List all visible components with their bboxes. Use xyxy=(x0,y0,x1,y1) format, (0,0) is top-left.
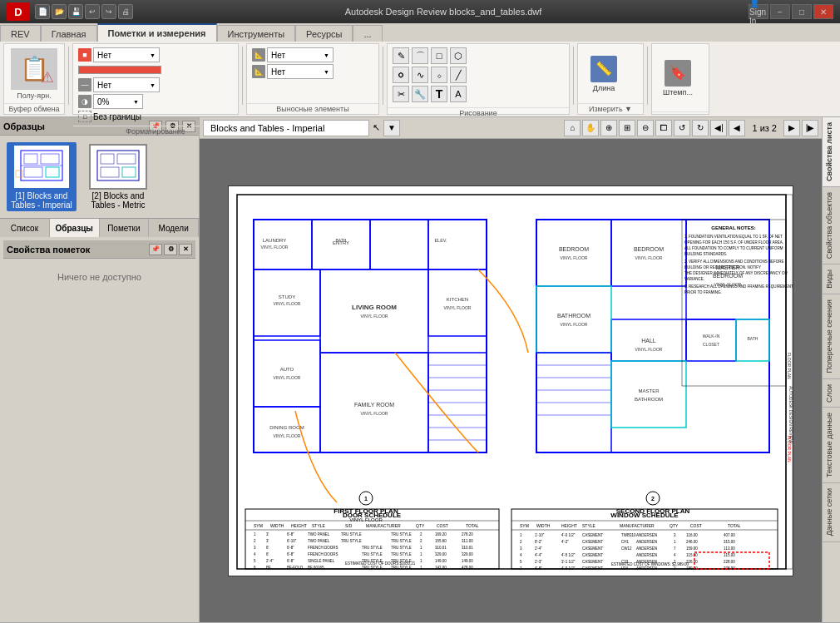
svg-text:HEIGHT: HEIGHT xyxy=(561,523,577,528)
ribbon-tabs[interactable]: REV Главная Пометки и измерения Инструме… xyxy=(0,23,840,42)
properties-title: Свойства пометок xyxy=(7,245,90,255)
svg-text:4'-5 1/2": 4'-5 1/2" xyxy=(561,553,576,557)
callout-combo2[interactable]: Нет ▼ xyxy=(267,64,334,79)
svg-text:THE DESIGNER IMMEDIATELY OF AN: THE DESIGNER IMMEDIATELY OF ANY DISCREPA… xyxy=(684,271,788,275)
canvas-view[interactable]: LAUNDRY VINYL FLOOR ENTRY ELEV. BATH STU… xyxy=(200,139,822,622)
quick-access-toolbar[interactable]: 📄 📂 💾 ↩ ↪ 🖨 xyxy=(35,4,133,19)
tab-resources[interactable]: Ресурсы xyxy=(295,25,353,42)
svg-text:AUTO: AUTO xyxy=(280,367,294,372)
svg-text:TRU STYLE: TRU STYLE xyxy=(341,539,362,543)
measure-length-btn[interactable]: 📏 Длина xyxy=(583,49,625,99)
svg-text:3. RESEARCH ALL OPENINGS AND F: 3. RESEARCH ALL OPENINGS AND FRAMING REQ… xyxy=(684,284,793,289)
draw-btn-8[interactable]: ╱ xyxy=(450,67,467,83)
svg-text:PRIOR TO FRAMING.: PRIOR TO FRAMING. xyxy=(684,290,722,294)
prop-pin-btn[interactable]: 📌 xyxy=(149,244,162,255)
hand-btn[interactable]: ✋ xyxy=(582,120,599,136)
prop-config-btn[interactable]: ⚙ xyxy=(164,244,177,255)
save-btn[interactable]: 💾 xyxy=(68,4,83,19)
undo-btn[interactable]: ↩ xyxy=(85,4,100,19)
right-tab-sheet[interactable]: Свойства листа xyxy=(823,117,840,186)
right-tab-sections[interactable]: Поперечные сечения xyxy=(823,294,840,378)
svg-text:CASEMENT: CASEMENT xyxy=(582,533,603,537)
svg-text:155.60: 155.60 xyxy=(435,539,447,543)
svg-text:3'-1 1/2": 3'-1 1/2" xyxy=(561,560,576,564)
window-controls[interactable]: 👤 Sign In − □ ✕ xyxy=(749,4,833,19)
tab-tools[interactable]: Инструменты xyxy=(217,25,296,42)
draw-btn-6[interactable]: ∿ xyxy=(412,67,428,83)
thumbnail-2[interactable]: [2] Blocks and Tables - Metric xyxy=(83,142,153,211)
nav-prev-btn[interactable]: ◀ xyxy=(729,120,745,136)
svg-text:TOTAL: TOTAL xyxy=(728,523,741,528)
svg-text:BUILDING STANDARDS.: BUILDING STANDARDS. xyxy=(684,252,727,256)
draw-btn-9[interactable]: ✂ xyxy=(393,86,409,102)
svg-text:ANDERSEN: ANDERSEN xyxy=(636,540,657,544)
zoom-fit-btn[interactable]: ⊞ xyxy=(619,120,635,136)
tab-samples[interactable]: Образцы xyxy=(50,219,100,237)
svg-text:WIDTH: WIDTH xyxy=(536,523,551,528)
svg-text:BF 60165: BF 60165 xyxy=(308,566,324,570)
stamp-btn[interactable]: 🔖 Штемп... xyxy=(657,53,699,103)
color-combo[interactable]: Нет ▼ xyxy=(93,47,160,62)
tab-list[interactable]: Список xyxy=(0,219,50,237)
dropdown-btn[interactable]: ▼ xyxy=(383,120,400,136)
redo-btn[interactable]: ↪ xyxy=(101,4,116,19)
sign-in-btn[interactable]: 👤 Sign In xyxy=(749,4,768,19)
draw-btn-3[interactable]: □ xyxy=(431,47,447,64)
nav-next-btn[interactable]: ▶ xyxy=(783,120,800,136)
tab-models[interactable]: Модели xyxy=(149,219,199,237)
tab-rev[interactable]: REV xyxy=(0,25,41,42)
svg-text:QTY: QTY xyxy=(416,523,425,528)
draw-btn-10[interactable]: 🔧 xyxy=(412,86,428,102)
tab-markup[interactable]: Пометки и измерения xyxy=(97,23,217,42)
divider-2 xyxy=(242,47,243,105)
percent-combo[interactable]: 0% ▼ xyxy=(93,94,143,109)
right-tab-obj[interactable]: Свойства объектов xyxy=(823,187,840,264)
svg-text:3': 3' xyxy=(266,532,269,536)
callout-row2: 📐 Нет ▼ xyxy=(252,64,334,79)
zoom-window-btn[interactable]: ⧠ xyxy=(655,120,672,136)
zoom-in-btn[interactable]: ⊕ xyxy=(600,120,617,136)
prop-close-btn[interactable]: ✕ xyxy=(179,244,192,255)
draw-btn-12[interactable]: A xyxy=(450,86,467,102)
svg-text:CH1: CH1 xyxy=(621,540,629,544)
zoom-out-btn[interactable]: ⊖ xyxy=(637,120,654,136)
svg-text:STYLE: STYLE xyxy=(312,523,326,528)
right-side-bar: Свойства листа Свойства объектов Виды По… xyxy=(822,117,840,622)
draw-btn-7[interactable]: ⬦ xyxy=(431,67,447,83)
thumbnail-1[interactable]: [1] Blocks and Tables - Imperial xyxy=(7,142,77,211)
tab-home[interactable]: Главная xyxy=(41,25,97,42)
right-tab-layers[interactable]: Слои xyxy=(823,379,840,408)
draw-btn-5[interactable]: ⭘ xyxy=(393,67,409,83)
print-btn[interactable]: 🖨 xyxy=(118,4,133,19)
thumbnail-label-1: [1] Blocks and Tables - Imperial xyxy=(8,191,75,210)
maximize-btn[interactable]: □ xyxy=(792,4,812,19)
open-btn[interactable]: 📂 xyxy=(52,4,67,19)
svg-text:VINYL FLOOR: VINYL FLOOR xyxy=(561,322,588,327)
svg-text:AUTODESK DESIGN REVIEW: AUTODESK DESIGN REVIEW xyxy=(788,386,793,443)
svg-text:QTY: QTY xyxy=(670,523,679,528)
draw-btn-1[interactable]: ✎ xyxy=(393,47,409,64)
rotate-cw-btn[interactable]: ↻ xyxy=(692,120,709,136)
home-btn[interactable]: ⌂ xyxy=(564,120,581,136)
draw-btn-4[interactable]: ⬡ xyxy=(450,47,467,64)
close-btn[interactable]: ✕ xyxy=(813,4,833,19)
panel-tabs[interactable]: Список Образцы Пометки Модели xyxy=(0,218,199,237)
nav-last-btn[interactable]: |▶ xyxy=(802,120,818,136)
thumbnail-label-2: [2] Blocks and Tables - Metric xyxy=(85,191,151,210)
vsection-3: Виды xyxy=(823,265,840,294)
vsection-6: Текстовые данные xyxy=(823,408,840,483)
tab-more[interactable]: ... xyxy=(353,25,382,42)
callout-combo1[interactable]: Нет ▼ xyxy=(267,47,334,62)
new-btn[interactable]: 📄 xyxy=(35,4,50,19)
svg-text:VINYL FLOOR: VINYL FLOOR xyxy=(561,255,588,260)
right-tab-textdata[interactable]: Текстовые данные xyxy=(823,408,840,482)
nav-first-btn[interactable]: ◀| xyxy=(710,120,727,136)
right-tab-griddata[interactable]: Данные сетки xyxy=(823,483,840,541)
draw-btn-11[interactable]: T xyxy=(431,86,447,102)
tab-markups[interactable]: Пометки xyxy=(100,219,150,237)
right-tab-views[interactable]: Виды xyxy=(823,265,840,294)
draw-btn-2[interactable]: ⌒ xyxy=(412,47,428,64)
rotate-btn[interactable]: ↺ xyxy=(674,120,690,136)
style-combo[interactable]: Нет ▼ xyxy=(93,77,160,92)
minimize-btn[interactable]: − xyxy=(770,4,790,19)
